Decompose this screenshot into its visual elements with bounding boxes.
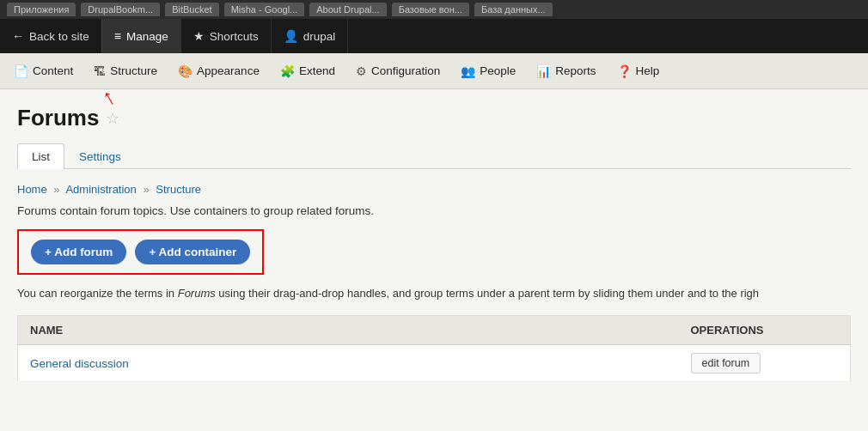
browser-tab[interactable]: Misha - Googl... [224, 3, 305, 16]
add-container-button[interactable]: + Add container [135, 240, 250, 264]
page-title: Forums [17, 105, 99, 131]
nav-item-people[interactable]: 👥 People [450, 53, 526, 88]
nav-bar: 📄 Content 🏗 Structure 🎨 Appearance 🧩 Ext… [0, 53, 868, 89]
nav-configuration-label: Configuration [371, 64, 440, 77]
user-button[interactable]: 👤 drupal [272, 19, 349, 53]
nav-item-reports[interactable]: 📊 Reports [526, 53, 606, 88]
browser-tab[interactable]: About Drupal... [309, 3, 386, 16]
nav-item-structure[interactable]: 🏗 Structure [83, 53, 168, 88]
table-row: General discussion edit forum [18, 345, 851, 382]
nav-help-label: Help [636, 64, 660, 77]
user-label: drupal [303, 30, 336, 43]
table-header-name: NAME [18, 316, 679, 345]
page-content: Forums ☆ List Settings Home » Administra… [0, 89, 868, 431]
back-to-site-label: Back to site [29, 30, 89, 43]
browser-tab-bar: Приложения DrupalBookm... BitBucket Mish… [0, 0, 868, 19]
tabs-row: List Settings [17, 143, 851, 169]
forum-name-link[interactable]: General discussion [30, 357, 129, 370]
configuration-icon: ⚙ [356, 64, 367, 78]
back-icon: ← [12, 29, 24, 43]
table-header-operations: OPERATIONS [679, 316, 851, 345]
reorganize-info: You can reorganize the terms in Forums u… [17, 287, 851, 300]
page-title-row: Forums ☆ [17, 105, 851, 131]
nav-bar-container: 📄 Content 🏗 Structure 🎨 Appearance 🧩 Ext… [0, 53, 868, 89]
nav-content-label: Content [33, 64, 73, 77]
nav-item-configuration[interactable]: ⚙ Configuration [345, 53, 450, 88]
breadcrumb-home[interactable]: Home [17, 183, 47, 196]
nav-extend-label: Extend [299, 64, 335, 77]
extend-icon: 🧩 [280, 64, 295, 78]
nav-appearance-label: Appearance [197, 64, 260, 77]
tab-settings[interactable]: Settings [64, 143, 136, 169]
table-cell-name: General discussion [18, 345, 679, 382]
forums-table: NAME OPERATIONS General discussion edit … [17, 315, 851, 382]
page-description: Forums contain forum topics. Use contain… [17, 204, 851, 217]
info-forums-italic: Forums [178, 287, 216, 300]
shortcuts-label: Shortcuts [210, 30, 259, 43]
favorite-star-icon[interactable]: ☆ [106, 109, 119, 128]
info-text-before: You can reorganize the terms in [17, 287, 178, 300]
breadcrumb-sep-2: » [143, 183, 149, 196]
nav-people-label: People [480, 64, 516, 77]
nav-item-content[interactable]: 📄 Content [3, 53, 83, 88]
breadcrumb-sep-1: » [53, 183, 59, 196]
content-icon: 📄 [14, 64, 28, 78]
manage-label: Manage [126, 30, 168, 43]
manage-icon: ≡ [114, 29, 121, 43]
people-icon: 👥 [461, 64, 475, 78]
browser-tab[interactable]: DrupalBookm... [81, 3, 160, 16]
manage-button[interactable]: ≡ Manage [102, 19, 181, 53]
action-button-group: + Add forum + Add container [17, 229, 264, 275]
help-icon: ❓ [617, 64, 632, 78]
info-text-after: using their drag-and-drop handles, and g… [216, 287, 759, 300]
nav-reports-label: Reports [555, 64, 596, 77]
nav-structure-label: Structure [110, 64, 157, 77]
back-to-site-button[interactable]: ← Back to site [0, 19, 102, 53]
browser-tab[interactable]: Базовые вон... [392, 3, 469, 16]
breadcrumb: Home » Administration » Structure [17, 183, 851, 196]
table-header-row: NAME OPERATIONS [18, 316, 851, 345]
breadcrumb-structure[interactable]: Structure [156, 183, 201, 196]
tab-list[interactable]: List [17, 143, 64, 169]
user-icon: 👤 [284, 29, 298, 43]
table-cell-operations: edit forum [679, 345, 851, 382]
admin-toolbar: ← Back to site ≡ Manage ★ Shortcuts 👤 dr… [0, 19, 868, 53]
browser-tab[interactable]: База данных... [474, 3, 553, 16]
edit-forum-button[interactable]: edit forum [691, 353, 761, 373]
nav-item-help[interactable]: ❓ Help [607, 53, 670, 88]
nav-item-extend[interactable]: 🧩 Extend [270, 53, 345, 88]
browser-tab[interactable]: BitBucket [165, 3, 218, 16]
breadcrumb-admin[interactable]: Administration [65, 183, 136, 196]
structure-icon: 🏗 [94, 64, 106, 78]
nav-item-appearance[interactable]: 🎨 Appearance [168, 53, 270, 88]
reports-icon: 📊 [536, 64, 551, 78]
add-forum-button[interactable]: + Add forum [31, 240, 126, 264]
shortcuts-button[interactable]: ★ Shortcuts [181, 19, 272, 53]
star-icon: ★ [193, 29, 205, 43]
browser-tab[interactable]: Приложения [7, 3, 76, 16]
appearance-icon: 🎨 [178, 64, 193, 78]
